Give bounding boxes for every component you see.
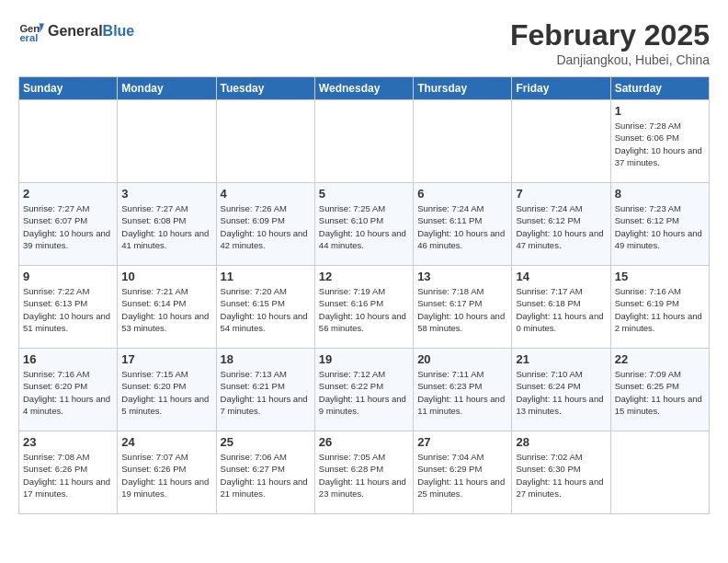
- day-info: Sunrise: 7:18 AM Sunset: 6:17 PM Dayligh…: [417, 285, 507, 334]
- day-info: Sunrise: 7:13 AM Sunset: 6:21 PM Dayligh…: [221, 368, 311, 417]
- day-info: Sunrise: 7:05 AM Sunset: 6:28 PM Dayligh…: [319, 451, 409, 500]
- day-cell: 15Sunrise: 7:16 AM Sunset: 6:19 PM Dayli…: [610, 266, 709, 349]
- day-cell: 2Sunrise: 7:27 AM Sunset: 6:07 PM Daylig…: [19, 183, 118, 266]
- day-number: 1: [615, 104, 705, 118]
- day-cell: 22Sunrise: 7:09 AM Sunset: 6:25 PM Dayli…: [610, 349, 709, 431]
- day-number: 7: [516, 187, 606, 201]
- day-number: 10: [121, 270, 211, 283]
- day-info: Sunrise: 7:16 AM Sunset: 6:20 PM Dayligh…: [23, 368, 113, 417]
- month-year: February 2025: [510, 18, 710, 52]
- day-number: 3: [121, 187, 211, 201]
- day-info: Sunrise: 7:07 AM Sunset: 6:26 PM Dayligh…: [121, 451, 211, 500]
- day-number: 17: [121, 352, 211, 366]
- day-info: Sunrise: 7:24 AM Sunset: 6:12 PM Dayligh…: [516, 202, 606, 251]
- day-info: Sunrise: 7:16 AM Sunset: 6:19 PM Dayligh…: [615, 285, 705, 334]
- day-header-wednesday: Wednesday: [314, 77, 413, 100]
- day-number: 18: [221, 352, 311, 366]
- week-row-5: 23Sunrise: 7:08 AM Sunset: 6:26 PM Dayli…: [19, 431, 710, 514]
- day-info: Sunrise: 7:10 AM Sunset: 6:24 PM Dayligh…: [516, 368, 606, 417]
- day-info: Sunrise: 7:22 AM Sunset: 6:13 PM Dayligh…: [23, 285, 113, 334]
- day-header-monday: Monday: [118, 77, 216, 100]
- day-info: Sunrise: 7:23 AM Sunset: 6:12 PM Dayligh…: [615, 202, 705, 251]
- day-cell: 14Sunrise: 7:17 AM Sunset: 6:18 PM Dayli…: [512, 266, 610, 349]
- day-header-thursday: Thursday: [414, 77, 512, 100]
- day-cell: 7Sunrise: 7:24 AM Sunset: 6:12 PM Daylig…: [512, 183, 610, 266]
- day-info: Sunrise: 7:02 AM Sunset: 6:30 PM Dayligh…: [516, 451, 606, 500]
- day-number: 21: [516, 352, 606, 366]
- day-number: 20: [417, 352, 507, 366]
- day-info: Sunrise: 7:21 AM Sunset: 6:14 PM Dayligh…: [121, 285, 211, 334]
- day-number: 24: [121, 435, 211, 449]
- day-number: 26: [319, 435, 409, 449]
- day-number: 19: [319, 352, 409, 366]
- day-number: 27: [417, 435, 507, 449]
- day-info: Sunrise: 7:06 AM Sunset: 6:27 PM Dayligh…: [221, 451, 311, 500]
- calendar-header-row: SundayMondayTuesdayWednesdayThursdayFrid…: [19, 77, 710, 100]
- day-cell: [314, 100, 413, 183]
- day-cell: 24Sunrise: 7:07 AM Sunset: 6:26 PM Dayli…: [118, 431, 216, 514]
- day-cell: 9Sunrise: 7:22 AM Sunset: 6:13 PM Daylig…: [19, 266, 118, 349]
- day-header-saturday: Saturday: [610, 77, 709, 100]
- day-info: Sunrise: 7:17 AM Sunset: 6:18 PM Dayligh…: [516, 285, 606, 334]
- day-cell: 25Sunrise: 7:06 AM Sunset: 6:27 PM Dayli…: [216, 431, 314, 514]
- day-number: 15: [615, 270, 705, 283]
- day-info: Sunrise: 7:24 AM Sunset: 6:11 PM Dayligh…: [417, 202, 507, 251]
- day-cell: 12Sunrise: 7:19 AM Sunset: 6:16 PM Dayli…: [314, 266, 413, 349]
- day-info: Sunrise: 7:20 AM Sunset: 6:15 PM Dayligh…: [221, 285, 311, 334]
- logo-line2: Blue: [103, 23, 135, 39]
- day-number: 8: [615, 187, 705, 201]
- day-cell: 13Sunrise: 7:18 AM Sunset: 6:17 PM Dayli…: [414, 266, 512, 349]
- day-number: 4: [221, 187, 311, 201]
- day-info: Sunrise: 7:26 AM Sunset: 6:09 PM Dayligh…: [221, 202, 311, 251]
- day-info: Sunrise: 7:09 AM Sunset: 6:25 PM Dayligh…: [615, 368, 705, 417]
- day-cell: 17Sunrise: 7:15 AM Sunset: 6:20 PM Dayli…: [118, 349, 216, 431]
- day-cell: [512, 100, 610, 183]
- day-cell: 27Sunrise: 7:04 AM Sunset: 6:29 PM Dayli…: [414, 431, 512, 514]
- day-header-sunday: Sunday: [19, 77, 118, 100]
- day-info: Sunrise: 7:25 AM Sunset: 6:10 PM Dayligh…: [319, 202, 409, 251]
- day-info: Sunrise: 7:27 AM Sunset: 6:08 PM Dayligh…: [121, 202, 211, 251]
- day-number: 13: [417, 270, 507, 283]
- day-cell: [118, 100, 216, 183]
- day-cell: [414, 100, 512, 183]
- logo-icon: Gen eral: [18, 18, 44, 44]
- day-cell: [216, 100, 314, 183]
- day-number: 14: [516, 270, 606, 283]
- day-header-friday: Friday: [512, 77, 610, 100]
- day-cell: 5Sunrise: 7:25 AM Sunset: 6:10 PM Daylig…: [314, 183, 413, 266]
- week-row-1: 1Sunrise: 7:28 AM Sunset: 6:06 PM Daylig…: [19, 100, 710, 183]
- day-cell: 11Sunrise: 7:20 AM Sunset: 6:15 PM Dayli…: [216, 266, 314, 349]
- day-cell: 16Sunrise: 7:16 AM Sunset: 6:20 PM Dayli…: [19, 349, 118, 431]
- day-cell: 26Sunrise: 7:05 AM Sunset: 6:28 PM Dayli…: [314, 431, 413, 514]
- day-info: Sunrise: 7:04 AM Sunset: 6:29 PM Dayligh…: [417, 451, 507, 500]
- day-info: Sunrise: 7:19 AM Sunset: 6:16 PM Dayligh…: [319, 285, 409, 334]
- logo: Gen eral GeneralBlue: [18, 18, 134, 44]
- logo-line1: General: [48, 23, 103, 39]
- day-cell: 19Sunrise: 7:12 AM Sunset: 6:22 PM Dayli…: [314, 349, 413, 431]
- calendar-table: SundayMondayTuesdayWednesdayThursdayFrid…: [18, 76, 710, 514]
- day-cell: 4Sunrise: 7:26 AM Sunset: 6:09 PM Daylig…: [216, 183, 314, 266]
- week-row-2: 2Sunrise: 7:27 AM Sunset: 6:07 PM Daylig…: [19, 183, 710, 266]
- day-number: 6: [417, 187, 507, 201]
- day-cell: 3Sunrise: 7:27 AM Sunset: 6:08 PM Daylig…: [118, 183, 216, 266]
- week-row-3: 9Sunrise: 7:22 AM Sunset: 6:13 PM Daylig…: [19, 266, 710, 349]
- day-info: Sunrise: 7:11 AM Sunset: 6:23 PM Dayligh…: [417, 368, 507, 417]
- day-header-tuesday: Tuesday: [216, 77, 314, 100]
- day-number: 28: [516, 435, 606, 449]
- day-info: Sunrise: 7:08 AM Sunset: 6:26 PM Dayligh…: [23, 451, 113, 500]
- day-info: Sunrise: 7:27 AM Sunset: 6:07 PM Dayligh…: [23, 202, 113, 251]
- title-block: February 2025 Danjiangkou, Hubei, China: [510, 18, 710, 67]
- day-info: Sunrise: 7:28 AM Sunset: 6:06 PM Dayligh…: [615, 120, 705, 168]
- svg-text:eral: eral: [19, 32, 38, 43]
- day-cell: [19, 100, 118, 183]
- day-cell: 20Sunrise: 7:11 AM Sunset: 6:23 PM Dayli…: [414, 349, 512, 431]
- day-number: 25: [221, 435, 311, 449]
- day-number: 16: [23, 352, 113, 366]
- day-info: Sunrise: 7:15 AM Sunset: 6:20 PM Dayligh…: [121, 368, 211, 417]
- day-cell: 21Sunrise: 7:10 AM Sunset: 6:24 PM Dayli…: [512, 349, 610, 431]
- location: Danjiangkou, Hubei, China: [510, 52, 710, 67]
- page-header: Gen eral GeneralBlue February 2025 Danji…: [18, 18, 710, 67]
- day-cell: [610, 431, 709, 514]
- day-cell: 23Sunrise: 7:08 AM Sunset: 6:26 PM Dayli…: [19, 431, 118, 514]
- week-row-4: 16Sunrise: 7:16 AM Sunset: 6:20 PM Dayli…: [19, 349, 710, 431]
